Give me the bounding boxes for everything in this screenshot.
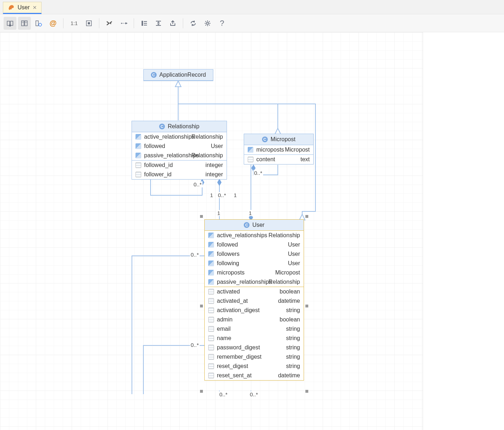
row-type: text — [300, 156, 310, 163]
row-name: activation_digest — [217, 307, 260, 314]
column-icon — [208, 298, 214, 304]
selection-handle[interactable] — [200, 305, 203, 307]
cardinality: 1 — [209, 192, 214, 198]
layout-settings-button[interactable] — [32, 17, 45, 30]
entity-row[interactable]: microposts Micropost — [205, 268, 304, 277]
entity-row[interactable]: followers User — [205, 249, 304, 259]
association-icon — [135, 134, 141, 140]
row-type: User — [288, 260, 300, 267]
entity-row[interactable]: followed User — [132, 142, 227, 151]
fit-content-button[interactable] — [82, 17, 95, 30]
row-name: microposts — [256, 147, 284, 153]
row-name: followers — [217, 251, 239, 257]
entity-title: Relationship — [168, 123, 199, 130]
entity-micropost[interactable]: Micropost microposts Micropost content t… — [244, 134, 314, 164]
svg-point-0 — [9, 9, 10, 10]
settings-button[interactable] — [201, 17, 214, 30]
export-button[interactable] — [166, 17, 179, 30]
cardinality: 0..* — [190, 252, 200, 258]
row-type: Relationship — [191, 152, 223, 159]
selection-handle[interactable] — [305, 390, 308, 393]
cardinality: 0..* — [219, 391, 228, 397]
entity-row[interactable]: followed User — [205, 240, 304, 249]
row-name: content — [256, 156, 275, 163]
zoom-ratio-button[interactable]: 1:1 — [67, 17, 81, 30]
entity-row[interactable]: passive_relationships Relationship — [132, 151, 227, 160]
refresh-button[interactable] — [187, 17, 200, 30]
entity-row[interactable]: password_digest string — [205, 343, 304, 352]
svg-rect-5 — [25, 21, 27, 26]
entity-row[interactable]: reset_digest string — [205, 362, 304, 371]
entity-row[interactable]: follower_id integer — [132, 170, 227, 179]
entity-applicationrecord[interactable]: ApplicationRecord — [143, 69, 213, 81]
row-name: followed_id — [144, 162, 173, 168]
entity-row[interactable]: passive_relationships Relationship — [205, 277, 304, 287]
row-name: active_relationships — [144, 134, 195, 140]
entity-row[interactable]: reset_sent_at datetime — [205, 371, 304, 380]
cardinality: 1 — [248, 210, 252, 216]
row-type: Relationship — [268, 279, 300, 285]
tab-bar: User ✕ — [0, 0, 504, 14]
row-type: User — [288, 242, 300, 248]
selection-handle[interactable] — [305, 215, 308, 218]
cardinality: 0..* — [253, 170, 263, 176]
association-icon — [248, 147, 253, 153]
selection-handle[interactable] — [200, 390, 203, 393]
diagram-canvas[interactable]: 0..* 1 0..* 1 0..* 1 1 0..* 0..* 0..* 0.… — [0, 32, 423, 430]
align-left-button[interactable] — [138, 17, 151, 30]
cardinality: 0..* — [193, 181, 203, 187]
entity-row[interactable]: content text — [244, 155, 313, 164]
svg-point-9 — [39, 23, 42, 26]
row-name: email — [217, 326, 230, 332]
association-icon — [208, 261, 214, 266]
column-icon — [208, 345, 214, 350]
svg-point-3 — [9, 24, 11, 27]
entity-row[interactable]: activated boolean — [205, 287, 304, 296]
column-icon — [208, 326, 214, 332]
selection-handle[interactable] — [200, 215, 203, 218]
entity-row[interactable]: microposts Micropost — [244, 145, 313, 154]
at-annotation-button[interactable]: @ — [47, 17, 60, 30]
entity-row[interactable]: email string — [205, 324, 304, 334]
column-icon — [208, 307, 214, 313]
toolbar: @ 1:1 ? — [0, 14, 504, 32]
row-name: following — [217, 260, 239, 267]
entity-title: ApplicationRecord — [160, 72, 206, 78]
column-icon — [208, 317, 214, 322]
row-name: admin — [217, 316, 233, 323]
row-type: boolean — [280, 316, 300, 323]
class-icon — [159, 124, 165, 129]
svg-rect-4 — [22, 21, 24, 26]
entity-row[interactable]: admin boolean — [205, 315, 304, 324]
row-name: activated — [217, 288, 240, 295]
class-icon — [262, 137, 268, 142]
merge-button[interactable] — [103, 17, 116, 30]
help-button[interactable]: ? — [215, 17, 228, 30]
row-name: name — [217, 335, 231, 341]
row-type: Relationship — [268, 232, 300, 239]
column-icon — [135, 162, 141, 168]
tab-user[interactable]: User ✕ — [3, 2, 42, 14]
entity-row[interactable]: active_relationships Relationship — [132, 132, 227, 142]
distribute-button[interactable] — [152, 17, 165, 30]
association-icon — [208, 251, 214, 257]
entity-row[interactable]: following User — [205, 259, 304, 268]
row-type: Micropost — [275, 269, 300, 276]
selection-handle[interactable] — [305, 305, 308, 307]
entity-row[interactable]: active_relationships Relationship — [205, 231, 304, 240]
entity-row[interactable]: name string — [205, 334, 304, 343]
layout-linked-button[interactable] — [4, 17, 16, 30]
row-type: string — [286, 344, 300, 351]
class-icon — [244, 222, 249, 228]
entity-row[interactable]: activated_at datetime — [205, 296, 304, 306]
entity-row[interactable]: remember_digest string — [205, 352, 304, 362]
entity-relationship[interactable]: Relationship active_relationships Relati… — [132, 121, 227, 180]
relation-arrow-button[interactable] — [117, 17, 130, 30]
layout-columns-button[interactable] — [18, 17, 31, 30]
entity-row[interactable]: activation_digest string — [205, 306, 304, 315]
close-icon[interactable]: ✕ — [33, 5, 37, 10]
entity-row[interactable]: followed_id integer — [132, 161, 227, 170]
association-icon — [208, 242, 214, 248]
row-type: datetime — [278, 298, 300, 304]
entity-user[interactable]: User active_relationships Relationship f… — [204, 219, 304, 381]
